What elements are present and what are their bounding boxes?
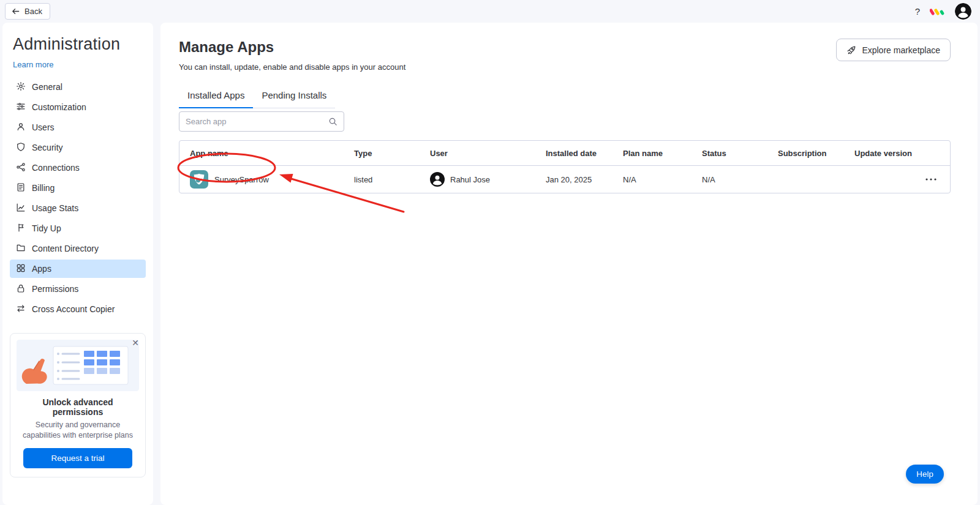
sliders-icon: [16, 102, 26, 113]
enterprise-promo-card: ✕: [10, 333, 146, 477]
sidebar-item-users[interactable]: Users: [10, 118, 146, 137]
col-header-user: User: [420, 149, 535, 158]
sidebar-item-label: Usage Stats: [32, 203, 78, 213]
page-subtitle: You can install, update, enable and disa…: [179, 62, 405, 72]
lock-icon: [16, 283, 26, 295]
back-label: Back: [24, 7, 42, 16]
surveysparrow-logo: [190, 170, 208, 189]
app-name: SurveySparrow: [214, 175, 269, 184]
promo-illustration: [17, 340, 139, 391]
sidebar-item-security[interactable]: Security: [10, 138, 146, 157]
sidebar-item-label: Permissions: [32, 284, 78, 294]
ellipsis-icon: [925, 178, 937, 181]
col-header-subscription: Subscription: [767, 149, 844, 158]
col-header-status: Status: [692, 149, 767, 158]
user-name: Rahul Jose: [450, 175, 490, 184]
update-version-cell: [844, 176, 950, 183]
tab-installed-apps[interactable]: Installed Apps: [179, 90, 253, 108]
gear-icon: [16, 81, 26, 93]
help-question-icon[interactable]: ?: [915, 6, 920, 17]
billing-icon: [16, 182, 26, 194]
plan-name-cell: N/A: [612, 175, 692, 184]
marketplace-rocket-icon: [846, 45, 856, 55]
sidebar-item-label: Billing: [32, 183, 55, 193]
installed-date-cell: Jan 20, 2025: [535, 175, 612, 184]
row-menu-button[interactable]: [923, 176, 939, 183]
sidebar-item-permissions[interactable]: Permissions: [10, 280, 146, 298]
installed-apps-table: App name Type User Installed date Plan n…: [179, 140, 951, 193]
monday-logo[interactable]: [930, 6, 945, 17]
sidebar-item-tidy-up[interactable]: Tidy Up: [10, 219, 146, 238]
sidebar-item-label: Cross Account Copier: [32, 304, 115, 314]
table-row[interactable]: SurveySparrow listed Rahul Jose Jan 20, …: [179, 166, 950, 193]
usage-stats-icon: [16, 203, 26, 214]
admin-menu: General Customization Users Security Con…: [10, 78, 146, 318]
status-cell: N/A: [692, 175, 767, 184]
app-name-cell[interactable]: SurveySparrow: [179, 170, 344, 189]
connections-icon: [16, 162, 26, 174]
close-icon[interactable]: ✕: [132, 339, 139, 347]
user-cell: Rahul Jose: [420, 172, 535, 187]
sidebar-item-billing[interactable]: Billing: [10, 179, 146, 197]
explore-marketplace-button[interactable]: Explore marketplace: [836, 39, 951, 61]
table-header-row: App name Type User Installed date Plan n…: [179, 141, 950, 166]
promo-subtitle: Security and governance capabilities wit…: [17, 420, 139, 441]
request-trial-button[interactable]: Request a trial: [23, 448, 132, 468]
sidebar-item-label: Content Directory: [32, 244, 99, 253]
app-search: [179, 111, 344, 132]
users-icon: [16, 122, 26, 133]
col-header-app-name: App name: [179, 149, 344, 158]
sidebar-item-label: Connections: [32, 163, 80, 173]
sidebar-item-content-directory[interactable]: Content Directory: [10, 239, 146, 258]
back-arrow-icon: [11, 7, 20, 16]
sidebar-item-general[interactable]: General: [10, 78, 146, 96]
sidebar-item-customization[interactable]: Customization: [10, 98, 146, 116]
search-input[interactable]: [186, 117, 328, 126]
tab-pending-installs[interactable]: Pending Installs: [253, 90, 335, 108]
help-button[interactable]: Help: [906, 465, 944, 484]
sidebar-item-label: General: [32, 82, 62, 92]
user-avatar: [430, 172, 445, 187]
sidebar-item-usage-stats[interactable]: Usage Stats: [10, 199, 146, 217]
admin-sidebar: Administration Learn more General Custom…: [2, 23, 153, 505]
col-header-plan-name: Plan name: [612, 149, 692, 158]
back-button[interactable]: Back: [5, 3, 50, 20]
explore-marketplace-label: Explore marketplace: [862, 45, 940, 55]
learn-more-link[interactable]: Learn more: [13, 60, 53, 69]
sidebar-item-apps[interactable]: Apps: [10, 260, 146, 278]
tidy-up-icon: [16, 223, 26, 234]
sidebar-item-label: Users: [32, 122, 55, 132]
page-title: Manage Apps: [179, 39, 405, 56]
col-header-type: Type: [344, 149, 420, 158]
sidebar-item-cross-account-copier[interactable]: Cross Account Copier: [10, 300, 146, 318]
sidebar-item-label: Customization: [32, 102, 86, 112]
user-avatar[interactable]: [955, 3, 971, 20]
apps-icon: [16, 263, 26, 275]
col-header-update-version: Update version: [844, 149, 950, 158]
top-bar: Back ?: [0, 0, 980, 23]
search-icon[interactable]: [328, 117, 337, 126]
manage-apps-panel: Manage Apps You can install, update, ena…: [160, 23, 978, 505]
sidebar-item-label: Security: [32, 143, 63, 152]
sidebar-item-label: Apps: [32, 264, 51, 274]
content-directory-icon: [16, 243, 26, 255]
sidebar-item-connections[interactable]: Connections: [10, 159, 146, 177]
apps-tabs: Installed Apps Pending Installs: [179, 90, 335, 108]
cross-account-icon: [16, 304, 26, 315]
sidebar-title: Administration: [10, 35, 146, 54]
type-cell: listed: [344, 175, 420, 184]
page-layout: Administration Learn more General Custom…: [0, 23, 980, 505]
col-header-installed-date: Installed date: [535, 149, 612, 158]
promo-title: Unlock advanced permissions: [17, 397, 139, 417]
sidebar-item-label: Tidy Up: [32, 223, 61, 233]
shield-icon: [16, 142, 26, 154]
